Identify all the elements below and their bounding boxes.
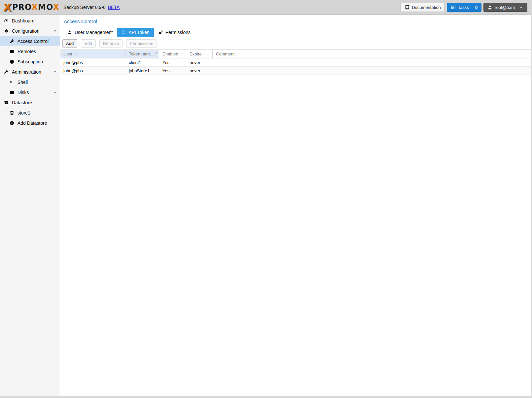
caret-down-icon[interactable]: ▾	[54, 70, 56, 74]
edit-button[interactable]: Edit	[81, 39, 95, 48]
cogs-icon	[3, 29, 9, 33]
cell-comment	[213, 67, 531, 75]
top-header-bar: X X PROXMOX Backup Server 0.9-6 BETA Doc…	[0, 0, 531, 15]
column-header-comment[interactable]: Comment	[213, 50, 531, 58]
sidebar-item-shell[interactable]: >_ Shell	[0, 77, 60, 87]
tab-api-token[interactable]: API Token	[117, 28, 154, 37]
cell-token-name: client1	[125, 58, 159, 66]
terminal-icon: >_	[9, 80, 15, 84]
sidebar-item-administration[interactable]: Administration ▾	[0, 67, 60, 77]
column-header-token-name[interactable]: Token nam… ↗	[125, 50, 159, 58]
tab-user-management[interactable]: User Management	[63, 28, 117, 37]
caret-down-icon[interactable]: ▾	[54, 29, 56, 33]
plus-circle-icon	[9, 121, 15, 125]
proxmox-logo: X X PROXMOX	[3, 2, 59, 13]
gauge-icon	[3, 18, 9, 23]
cell-comment	[213, 58, 531, 66]
caret-right-icon[interactable]: ▸	[54, 91, 56, 94]
user-icon	[487, 5, 492, 10]
database-icon	[9, 111, 15, 115]
app-window: X X PROXMOX Backup Server 0.9-6 BETA Doc…	[0, 0, 532, 398]
disk-icon	[9, 90, 15, 95]
task-list-icon	[451, 5, 456, 10]
cell-user: john@pbs	[60, 58, 125, 66]
proxmox-wordmark: PROXMOX	[12, 3, 59, 12]
sort-asc-icon: ↑	[74, 51, 76, 56]
header-actions: Documentation Tasks 0 root@pam	[401, 3, 527, 12]
proxmox-logo-icon: X X	[3, 2, 11, 13]
add-button[interactable]: Add	[62, 39, 77, 48]
grid-toolbar: Add Edit Remove Permissions	[60, 37, 531, 50]
sort-asc-minor-icon: ↗	[155, 51, 158, 54]
tasks-count-badge: 0	[475, 5, 478, 10]
sidebar-item-remotes[interactable]: Remotes	[0, 46, 60, 56]
life-ring-icon	[9, 59, 15, 64]
navigation-sidebar: Dashboard Configuration ▾ Access Control	[0, 15, 60, 396]
tasks-button[interactable]: Tasks 0	[447, 3, 481, 12]
sidebar-item-dashboard[interactable]: Dashboard	[0, 16, 60, 26]
cell-enabled: Yes	[159, 67, 186, 75]
sidebar-item-subscription[interactable]: Subscription	[0, 56, 60, 67]
cell-user: john@pbs	[60, 67, 125, 75]
column-header-expire[interactable]: Expire	[186, 50, 213, 58]
key-icon	[9, 39, 15, 44]
grid-header-row: User ↑ Token nam… ↗ Enabled Expire Comme	[60, 50, 531, 58]
user-outline-icon	[121, 30, 126, 35]
cell-expire: never	[186, 67, 213, 75]
cell-enabled: Yes	[159, 58, 186, 66]
remove-button[interactable]: Remove	[99, 39, 123, 48]
user-menu-button[interactable]: root@pam	[483, 3, 527, 12]
sidebar-item-store1[interactable]: store1	[0, 108, 60, 118]
chevron-down-icon	[518, 5, 523, 10]
main-layout: Dashboard Configuration ▾ Access Control	[0, 15, 531, 396]
table-row[interactable]: john@pbs johnStore1 Yes never	[60, 67, 531, 75]
table-row[interactable]: john@pbs client1 Yes never	[60, 58, 531, 67]
tab-permissions[interactable]: Permissions	[154, 28, 195, 37]
unlock-icon	[158, 30, 163, 35]
tab-bar: User Management API Token Permissions	[60, 28, 531, 37]
wrench-icon	[3, 70, 9, 74]
documentation-button[interactable]: Documentation	[401, 3, 444, 12]
user-icon	[67, 30, 72, 35]
sidebar-item-access-control[interactable]: Access Control	[0, 36, 60, 46]
cell-expire: never	[186, 58, 213, 66]
sidebar-item-datastore[interactable]: Datastore	[0, 97, 60, 108]
beta-link[interactable]: BETA	[108, 5, 120, 10]
column-header-user[interactable]: User ↑	[60, 50, 125, 58]
archive-icon	[3, 100, 9, 105]
api-token-grid: User ↑ Token nam… ↗ Enabled Expire Comme	[60, 50, 531, 396]
content-panel: Access Control User Management API Token	[60, 15, 531, 396]
book-icon	[405, 5, 409, 10]
product-version-label: Backup Server 0.9-6	[63, 5, 106, 10]
page-title: Access Control	[60, 15, 531, 28]
sidebar-item-configuration[interactable]: Configuration ▾	[0, 26, 60, 36]
column-header-enabled[interactable]: Enabled	[159, 50, 186, 58]
server-stack-icon	[9, 49, 15, 54]
sidebar-item-disks[interactable]: Disks ▸	[0, 87, 60, 97]
sidebar-item-add-datastore[interactable]: Add Datastore	[0, 118, 60, 128]
cell-token-name: johnStore1	[125, 67, 159, 75]
permissions-button[interactable]: Permissions	[126, 39, 157, 48]
